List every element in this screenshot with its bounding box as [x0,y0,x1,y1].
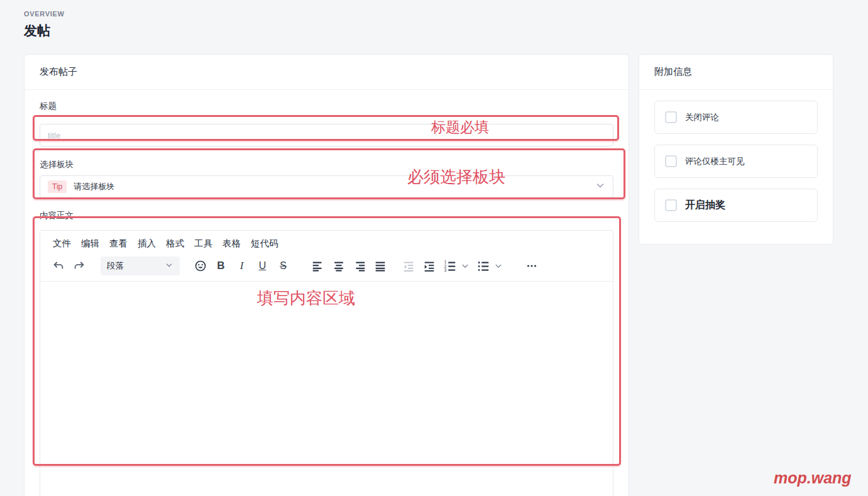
menu-insert[interactable]: 插入 [138,238,156,250]
option-enable-lottery[interactable]: 开启抽奖 [654,189,818,222]
publish-post-card: 发布帖子 标题 选择板块 Tip 请选择板块 内容正文 文件 编辑 查看 插入 … [24,54,629,496]
align-center-icon[interactable] [328,256,349,275]
svg-text:3: 3 [444,268,446,272]
bullet-list-chevron-icon[interactable] [493,256,503,275]
option-label: 评论仅楼主可见 [685,156,745,167]
outdent-icon[interactable] [398,256,419,275]
bold-icon[interactable]: B [211,256,231,275]
align-justify-icon[interactable] [370,256,390,275]
page-head: OVERVIEW 发帖 [24,10,65,40]
undo-icon[interactable] [48,256,69,275]
title-field-label: 标题 [40,101,57,111]
strikethrough-icon[interactable]: S [273,256,294,275]
extra-info-card: 附加信息 关闭评论 评论仅楼主可见 开启抽奖 [639,54,833,245]
bullet-list-icon[interactable] [473,256,493,275]
editor-menubar: 文件 编辑 查看 插入 格式 工具 表格 短代码 [40,231,613,253]
option-close-comments[interactable]: 关闭评论 [654,101,818,134]
menu-table[interactable]: 表格 [222,238,241,250]
menu-format[interactable]: 格式 [166,238,184,250]
editor-toolbar: 段落 B I U S [40,253,613,282]
checkbox-icon[interactable] [665,199,677,211]
breadcrumb: OVERVIEW [24,10,65,18]
menu-view[interactable]: 查看 [109,238,128,250]
page-title: 发帖 [24,22,65,40]
emoji-icon[interactable] [190,256,211,275]
board-select-placeholder: 请选择板块 [74,181,114,192]
publish-card-body: 标题 选择板块 Tip 请选择板块 内容正文 文件 编辑 查看 插入 格式 工具 [25,90,629,496]
checkbox-icon[interactable] [665,111,677,123]
ordered-list-icon[interactable]: 123 [439,256,460,275]
redo-icon[interactable] [69,256,89,275]
title-input[interactable] [40,124,613,146]
align-left-icon[interactable] [307,256,328,275]
tip-badge: Tip [48,180,67,193]
menu-tools[interactable]: 工具 [194,238,212,250]
paragraph-style-select[interactable]: 段落 [101,256,180,275]
menu-shortcode[interactable]: 短代码 [251,238,278,250]
publish-card-title: 发布帖子 [25,55,629,90]
extra-info-title: 附加信息 [639,55,833,90]
menu-file[interactable]: 文件 [53,238,71,250]
extra-info-body: 关闭评论 评论仅楼主可见 开启抽奖 [639,90,833,237]
more-options-icon[interactable] [521,256,542,275]
paragraph-style-value: 段落 [107,260,124,272]
italic-icon[interactable]: I [231,256,252,275]
indent-icon[interactable] [419,256,439,275]
align-right-icon[interactable] [349,256,370,275]
content-field-label: 内容正文 [40,210,613,221]
board-field-label: 选择板块 [40,159,613,170]
board-select[interactable]: Tip 请选择板块 [40,175,613,198]
menu-edit[interactable]: 编辑 [81,238,99,250]
checkbox-icon[interactable] [665,155,677,167]
editor-content-area[interactable] [40,282,613,496]
chevron-down-icon [595,180,605,193]
ordered-list-chevron-icon[interactable] [460,256,470,275]
post-create-page: OVERVIEW 发帖 发布帖子 标题 选择板块 Tip 请选择板块 内容正文 … [0,0,868,496]
underline-icon[interactable]: U [252,256,273,275]
option-label: 开启抽奖 [685,199,725,212]
rich-text-editor: 文件 编辑 查看 插入 格式 工具 表格 短代码 [40,230,613,496]
chevron-down-icon [165,261,173,272]
option-comments-op-only[interactable]: 评论仅楼主可见 [654,145,818,178]
watermark: mop.wang [774,469,852,487]
option-label: 关闭评论 [685,112,719,123]
